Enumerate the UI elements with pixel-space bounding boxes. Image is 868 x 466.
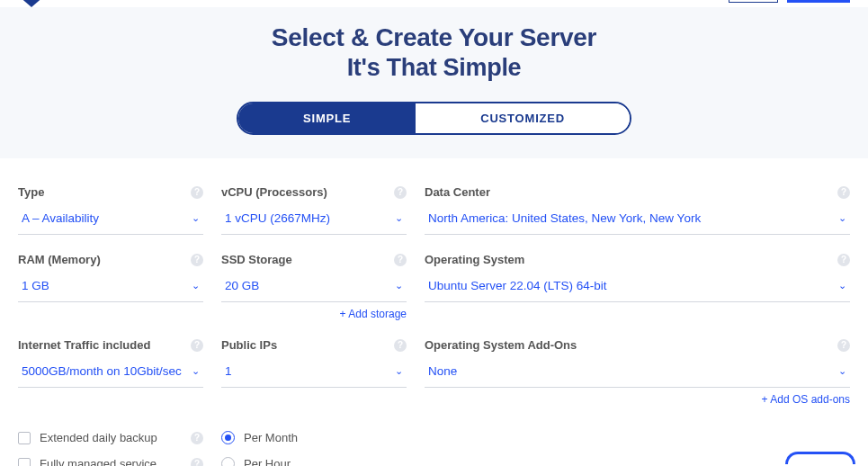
- vcpu-value: 1 vCPU (2667MHz): [225, 211, 330, 225]
- chevron-down-icon: ⌄: [395, 280, 403, 291]
- help-icon[interactable]: ?: [394, 186, 407, 199]
- billing-hour-radio[interactable]: Per Hour: [221, 457, 407, 466]
- help-icon[interactable]: ?: [191, 432, 203, 444]
- traffic-select[interactable]: 5000GB/month on 10Gbit/sec p ⌄: [18, 359, 203, 388]
- add-storage-link[interactable]: + Add storage: [221, 308, 407, 320]
- billing-hour-label: Per Hour: [244, 457, 291, 466]
- ram-select[interactable]: 1 GB ⌄: [18, 273, 203, 302]
- chevron-down-icon: ⌄: [395, 365, 403, 377]
- os-label: Operating System: [425, 253, 524, 266]
- vcpu-label: vCPU (Processors): [221, 185, 327, 199]
- billing-month-label: Per Month: [244, 431, 298, 444]
- billing-month-radio[interactable]: Per Month: [221, 431, 407, 444]
- add-os-addons-link[interactable]: + Add OS add-ons: [425, 393, 850, 406]
- tab-customized[interactable]: CUSTOMIZED: [416, 103, 630, 133]
- addons-value: None: [428, 364, 457, 378]
- mode-toggle: SIMPLE CUSTOMIZED: [237, 102, 631, 135]
- chevron-down-icon: ⌄: [838, 365, 846, 377]
- ssd-value: 20 GB: [225, 279, 259, 292]
- chevron-down-icon: ⌄: [395, 212, 403, 224]
- backup-label: Extended daily backup: [40, 431, 157, 444]
- ram-value: 1 GB: [22, 279, 49, 292]
- ips-label: Public IPs: [221, 338, 277, 352]
- type-value: A – Availability: [22, 211, 99, 225]
- help-icon[interactable]: ?: [191, 254, 203, 266]
- vcpu-select[interactable]: 1 vCPU (2667MHz) ⌄: [221, 206, 407, 235]
- hero-section: Select & Create Your Server It's That Si…: [0, 7, 868, 158]
- page-title-line1: Select & Create Your Server: [0, 23, 868, 52]
- chevron-down-icon: ⌄: [192, 280, 200, 291]
- os-value: Ubuntu Server 22.04 (LTS) 64-bit: [428, 279, 607, 292]
- logo: [18, 0, 45, 9]
- os-select[interactable]: Ubuntu Server 22.04 (LTS) 64-bit ⌄: [425, 273, 850, 302]
- svg-marker-0: [18, 0, 45, 7]
- help-icon[interactable]: ?: [837, 339, 850, 352]
- ram-label: RAM (Memory): [18, 253, 101, 266]
- nav-login-button[interactable]: [729, 0, 778, 3]
- chevron-down-icon: ⌄: [192, 212, 200, 224]
- traffic-label: Internet Traffic included: [18, 338, 150, 352]
- radio-icon: [221, 457, 235, 466]
- help-icon[interactable]: ?: [394, 254, 407, 266]
- help-icon[interactable]: ?: [394, 339, 407, 352]
- radio-icon: [221, 431, 235, 444]
- ssd-label: SSD Storage: [221, 253, 292, 266]
- ips-select[interactable]: 1 ⌄: [221, 359, 407, 388]
- datacenter-select[interactable]: North America: United States, New York, …: [425, 206, 850, 235]
- help-icon[interactable]: ?: [837, 254, 850, 266]
- chevron-down-icon: ⌄: [838, 212, 846, 224]
- managed-label: Fully managed service: [40, 457, 157, 466]
- help-icon[interactable]: ?: [191, 339, 203, 352]
- backup-checkbox[interactable]: [18, 432, 31, 444]
- type-select[interactable]: A – Availability ⌄: [18, 206, 203, 235]
- traffic-value: 5000GB/month on 10Gbit/sec p: [22, 364, 183, 378]
- datacenter-label: Data Center: [425, 185, 490, 199]
- nav-signup-button[interactable]: [787, 0, 850, 3]
- chevron-down-icon: ⌄: [838, 280, 846, 291]
- page-title-line2: It's That Simple: [0, 54, 868, 82]
- datacenter-value: North America: United States, New York, …: [428, 211, 701, 225]
- help-icon[interactable]: ?: [191, 186, 203, 199]
- chevron-down-icon: ⌄: [192, 365, 200, 377]
- ssd-select[interactable]: 20 GB ⌄: [221, 273, 407, 302]
- addons-select[interactable]: None ⌄: [425, 359, 850, 388]
- help-icon[interactable]: ?: [191, 458, 203, 467]
- type-label: Type: [18, 185, 44, 199]
- floating-action-button[interactable]: [785, 452, 855, 464]
- ips-value: 1: [225, 364, 232, 378]
- help-icon[interactable]: ?: [837, 186, 850, 199]
- managed-checkbox[interactable]: [18, 458, 31, 467]
- tab-simple[interactable]: SIMPLE: [238, 103, 416, 133]
- addons-label: Operating System Add-Ons: [425, 338, 577, 352]
